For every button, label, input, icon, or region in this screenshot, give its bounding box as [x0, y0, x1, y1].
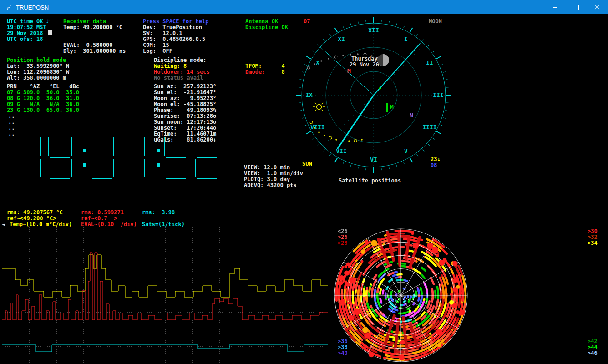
window-controls: [545, 0, 608, 14]
discipline-nostatus: No status avail: [154, 75, 203, 81]
signal-legend-topleft: <26>26>28: [338, 228, 348, 246]
svg-text:X: X: [316, 59, 319, 66]
svg-text:M: M: [390, 104, 394, 111]
utc-offset: UTC ofs: 18: [7, 36, 43, 42]
signal-legend-item: >40: [338, 350, 348, 356]
svg-text:IX: IX: [305, 91, 313, 98]
altitude: Alt: 358.0000000 m: [7, 75, 66, 81]
svg-text:II: II: [426, 59, 433, 66]
signal-legend-bottomleft: >36>38>40: [338, 339, 348, 356]
adev-queue: ADEVQ: 43200 pts: [244, 182, 297, 188]
signal-map-canvas: [331, 227, 471, 364]
svg-text:IIII: IIII: [422, 124, 436, 131]
device-log: Log: OFF: [143, 48, 172, 54]
close-icon: [594, 5, 600, 10]
signal-legend-item: >46: [588, 350, 598, 356]
satellite-clock-plot: XIIIIIIIIIIIIVVIVIIVIIIIXXXIThursday29 N…: [294, 15, 476, 188]
rms-sats: rms: 3.98: [142, 210, 175, 216]
maximize-button[interactable]: [566, 0, 587, 14]
digital-clock: [18, 135, 229, 181]
sat-row-empty: ..: [8, 131, 15, 137]
discipline-status: Discipline OK: [245, 25, 288, 30]
sun-label: SUN: [302, 161, 312, 167]
svg-text:XI: XI: [338, 35, 345, 42]
titlebar[interactable]: TRUEPOSN: [0, 0, 608, 14]
strip-chart-canvas: [2, 227, 328, 363]
dmode-line: Dmode: 8: [245, 69, 285, 75]
receiver-delay: Dly: 301.000000 ns: [63, 48, 126, 54]
window-title: TRUEPOSN: [16, 4, 49, 11]
svg-text:III: III: [433, 91, 443, 98]
svg-text:V: V: [404, 147, 408, 154]
svg-text:XII: XII: [368, 27, 379, 34]
signal-legend-item: >28: [338, 240, 348, 246]
maximize-icon: [574, 5, 579, 10]
moon-label: MOON: [429, 19, 442, 25]
sat-row: 23 G 130.0 65.0↓ 36.0: [7, 107, 79, 113]
receiver-temp: Temp: 49.200000 °C: [63, 25, 122, 30]
svg-text:•: •: [378, 85, 382, 92]
clock-alarm: 07: [304, 19, 310, 25]
svg-text:N: N: [410, 112, 413, 119]
signal-legend-bottomright: >42>44>46: [588, 339, 598, 356]
sat-queue-down: 08: [431, 162, 437, 168]
svg-text:VIII: VIII: [310, 124, 324, 131]
dmode-label: Dmode:: [245, 69, 265, 75]
close-button[interactable]: [587, 0, 608, 14]
app-icon: [5, 4, 12, 11]
text-cursor: [48, 30, 52, 35]
svg-text:VI: VI: [370, 156, 377, 163]
sat-positions-caption: Satellite positions: [339, 178, 401, 184]
app-window: TRUEPOSN UTC time OK ♪ 19:07:52 MST 29 N…: [0, 0, 608, 364]
dmode-value: 8: [265, 69, 284, 75]
minimize-button[interactable]: [545, 0, 566, 14]
signal-legend-item: >34: [588, 240, 598, 246]
signal-legend-topright: >30>32>34: [588, 228, 598, 246]
svg-text:I: I: [404, 35, 408, 42]
svg-text:M: M: [347, 67, 351, 74]
svg-text:Thursday: Thursday: [351, 56, 378, 62]
minimize-icon: [553, 7, 557, 8]
